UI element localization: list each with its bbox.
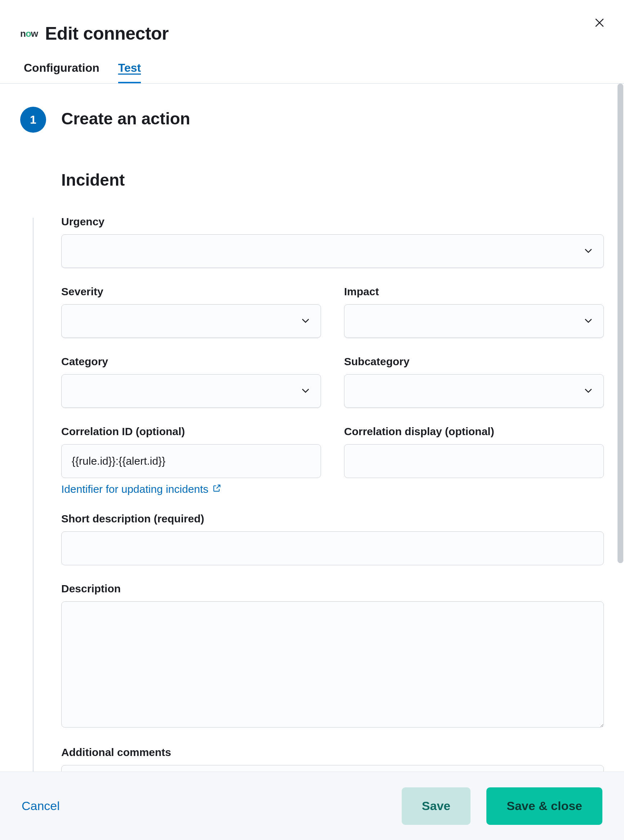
correlation-id-help-link[interactable]: Identifier for updating incidents	[61, 483, 222, 495]
step-title: Create an action	[61, 109, 604, 128]
short-description-label: Short description (required)	[61, 513, 604, 525]
tab-test[interactable]: Test	[118, 61, 141, 84]
tab-configuration[interactable]: Configuration	[24, 61, 99, 84]
correlation-display-input[interactable]	[344, 444, 604, 478]
urgency-select[interactable]	[61, 234, 604, 268]
help-link-text: Identifier for updating incidents	[61, 483, 209, 495]
edit-connector-flyout: now Edit connector Configuration Test 1 …	[0, 0, 624, 840]
category-select[interactable]	[61, 374, 321, 408]
scrollbar[interactable]	[618, 84, 623, 563]
external-link-icon	[212, 483, 222, 495]
save-button[interactable]: Save	[402, 787, 471, 825]
tabs: Configuration Test	[20, 61, 604, 84]
field-short-description: Short description (required)	[61, 513, 604, 565]
field-urgency: Urgency	[61, 216, 604, 268]
severity-select[interactable]	[61, 304, 321, 338]
impact-label: Impact	[344, 286, 604, 298]
step-number-badge: 1	[20, 107, 46, 133]
correlation-id-label: Correlation ID (optional)	[61, 425, 321, 438]
short-description-input[interactable]	[61, 531, 604, 565]
field-additional-comments: Additional comments	[61, 746, 604, 772]
additional-comments-label: Additional comments	[61, 746, 604, 758]
field-impact: Impact	[344, 286, 604, 338]
subcategory-label: Subcategory	[344, 356, 604, 368]
flyout-footer: Cancel Save Save & close	[0, 772, 624, 840]
subcategory-select[interactable]	[344, 374, 604, 408]
flyout-body: 1 Create an action Incident Urgency	[0, 84, 624, 772]
close-button[interactable]	[591, 14, 608, 32]
field-subcategory: Subcategory	[344, 356, 604, 408]
field-description: Description	[61, 583, 604, 729]
step-connector-line	[33, 218, 34, 772]
description-textarea[interactable]	[61, 601, 604, 727]
section-title-incident: Incident	[61, 170, 604, 190]
close-icon	[594, 17, 605, 29]
step-1: 1 Create an action Incident Urgency	[20, 107, 604, 772]
cancel-button[interactable]: Cancel	[22, 799, 60, 813]
page-title: Edit connector	[45, 23, 168, 44]
description-label: Description	[61, 583, 604, 595]
category-label: Category	[61, 356, 321, 368]
flyout-header: now Edit connector Configuration Test	[0, 0, 624, 84]
servicenow-logo: now	[20, 28, 38, 39]
urgency-label: Urgency	[61, 216, 604, 228]
additional-comments-textarea[interactable]	[61, 765, 604, 772]
field-severity: Severity	[61, 286, 321, 338]
impact-select[interactable]	[344, 304, 604, 338]
field-correlation-display: Correlation display (optional)	[344, 425, 604, 495]
field-correlation-id: Correlation ID (optional) Identifier for…	[61, 425, 321, 495]
incident-form: Urgency Severity	[61, 216, 604, 772]
save-and-close-button[interactable]: Save & close	[487, 787, 602, 825]
correlation-id-input[interactable]	[61, 444, 321, 478]
severity-label: Severity	[61, 286, 321, 298]
correlation-display-label: Correlation display (optional)	[344, 425, 604, 438]
field-category: Category	[61, 356, 321, 408]
